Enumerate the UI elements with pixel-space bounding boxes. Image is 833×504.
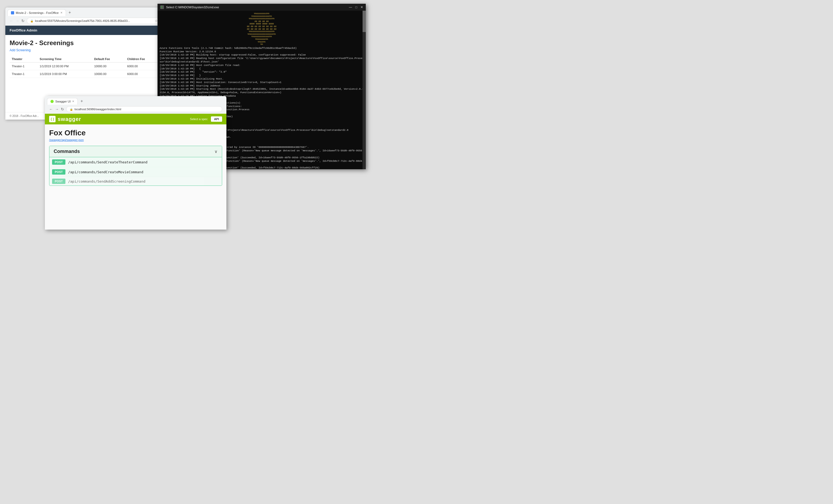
- foxoffice-address-input[interactable]: 🔒 localhost:55975/Movies/Screenings/1eaf…: [27, 18, 161, 24]
- swagger-chevron-icon[interactable]: ∨: [214, 149, 218, 154]
- screenings-table-cell: 10000.00: [92, 63, 125, 70]
- lock-icon: 🔒: [30, 20, 33, 22]
- swagger-endpoint-row-3[interactable]: POST /api/commands/SendAddScreeningComma…: [49, 177, 222, 186]
- svg-text:C: C: [161, 6, 162, 8]
- swagger-tab-bar: Swagger UI ✕ +: [47, 98, 224, 105]
- swagger-address-bar: ← → ↻ 🔒 localhost:56986/swagger/index.ht…: [47, 105, 224, 114]
- swagger-tab-favicon: [50, 100, 54, 103]
- foxoffice-add-screening-link[interactable]: Add Screening: [9, 48, 161, 52]
- foxoffice-url-text: localhost:55975/Movies/Screenings/1eaf47…: [35, 19, 130, 22]
- foxoffice-tab-bar: Movie-2 - Screenings - FoxOffice ✕ +: [7, 9, 163, 16]
- swagger-select-spec-label: Select a spec: [190, 117, 208, 121]
- screenings-table-cell: Theater-1: [9, 70, 38, 78]
- foxoffice-new-tab-button[interactable]: +: [67, 9, 73, 16]
- foxoffice-tab[interactable]: Movie-2 - Screenings - FoxOffice ✕: [7, 9, 66, 16]
- swagger-endpoint-row-1[interactable]: POST /api/commands/SendCreateTheaterComm…: [49, 157, 222, 167]
- swagger-url-text: localhost:56986/swagger/index.html: [74, 107, 121, 111]
- swagger-endpoint-row-2[interactable]: POST /api/commands/SendCreateMovieComman…: [49, 167, 222, 177]
- swagger-browser-chrome: Swagger UI ✕ + ← → ↻ 🔒 localhost:56986/s…: [45, 96, 227, 114]
- swagger-section-title: Commands: [54, 149, 214, 154]
- swagger-forward-button[interactable]: →: [55, 107, 59, 111]
- swagger-reload-button[interactable]: ↻: [61, 107, 64, 111]
- screenings-table-cell: 1/1/2019 3:00:00 PM: [38, 70, 92, 78]
- foxoffice-reload-button[interactable]: ↻: [21, 19, 25, 23]
- cmd-icon: C: [160, 5, 164, 9]
- foxoffice-browser-chrome: Movie-2 - Screenings - FoxOffice ✕ + ← →…: [5, 7, 166, 26]
- swagger-tab[interactable]: Swagger UI ✕: [47, 98, 78, 105]
- screenings-table-cell: 10000.00: [92, 70, 125, 78]
- swagger-json-link[interactable]: /swagger/api/swagger.json: [49, 138, 222, 142]
- swagger-commands-section: Commands ∨ POST /api/commands/SendCreate…: [49, 146, 222, 186]
- swagger-body: Fox Office /swagger/api/swagger.json Com…: [45, 124, 227, 192]
- swagger-section-header[interactable]: Commands ∨: [49, 146, 222, 157]
- cmd-scrollbar-thumb[interactable]: [362, 11, 366, 32]
- swagger-method-badge-2: POST: [52, 169, 65, 174]
- col-screening-time: Screening Time: [38, 56, 92, 63]
- cmd-close-button[interactable]: ✕: [360, 5, 363, 9]
- foxoffice-address-bar: ← → ↻ 🔒 localhost:55975/Movies/Screening…: [7, 16, 163, 26]
- foxoffice-tab-label: Movie-2 - Screenings - FoxOffice: [16, 11, 59, 15]
- swagger-logo-text: swagger: [58, 116, 81, 122]
- swagger-navbar: { } swagger Select a spec API: [45, 114, 227, 124]
- swagger-endpoint-path-1: /api/commands/SendCreateTheaterCommand: [68, 160, 147, 164]
- swagger-new-tab-button[interactable]: +: [79, 98, 85, 105]
- screenings-table-cell: 6000.00: [125, 63, 161, 70]
- screenings-table-cell: 6000.00: [125, 70, 161, 78]
- swagger-browser-window: Swagger UI ✕ + ← → ↻ 🔒 localhost:56986/s…: [45, 96, 227, 230]
- cmd-ascii-art: %%&&&&&&&&%% %%&&&&&&&&&&&&%% %%&&&&&&&&…: [160, 12, 364, 46]
- screenings-table-header-row: Theater Screening Time Default Fee Child…: [9, 56, 161, 63]
- foxoffice-tab-favicon: [11, 11, 14, 15]
- swagger-tab-label: Swagger UI: [55, 100, 70, 103]
- foxoffice-site-header: FoxOffice Admin: [5, 26, 166, 35]
- swagger-address-input[interactable]: 🔒 localhost:56986/swagger/index.html: [66, 106, 222, 112]
- swagger-endpoint-path-2: /api/commands/SendCreateMovieCommand: [68, 170, 143, 174]
- foxoffice-forward-button[interactable]: →: [16, 19, 19, 23]
- cmd-scrollbar[interactable]: [362, 11, 366, 169]
- swagger-back-button[interactable]: ←: [49, 107, 53, 111]
- screenings-table-cell: 1/1/2019 12:00:00 PM: [38, 63, 92, 70]
- swagger-logo: { } swagger: [49, 116, 81, 122]
- cmd-minimize-button[interactable]: —: [349, 5, 352, 9]
- col-theater: Theater: [9, 56, 38, 63]
- swagger-api-button[interactable]: API: [211, 116, 222, 122]
- swagger-method-badge-1: POST: [52, 159, 65, 165]
- swagger-logo-icon: { }: [49, 116, 55, 122]
- swagger-tab-close[interactable]: ✕: [72, 100, 74, 103]
- foxoffice-back-button[interactable]: ←: [9, 19, 13, 23]
- swagger-method-badge-3: POST: [52, 178, 65, 184]
- foxoffice-header-title: FoxOffice Admin: [9, 28, 38, 32]
- foxoffice-page-title: Movie-2 - Screenings: [9, 39, 161, 47]
- cmd-titlebar: C Select C:\WINDOWS\system32\cmd.exe — □…: [158, 4, 366, 11]
- screenings-table-row: Theater-11/1/2019 12:00:00 PM10000.00600…: [9, 63, 161, 70]
- foxoffice-site-body: Movie-2 - Screenings Add Screening Theat…: [5, 35, 166, 82]
- swagger-endpoint-path-3: /api/commands/SendAddScreeningCommand: [68, 179, 145, 184]
- cmd-maximize-button[interactable]: □: [355, 5, 357, 9]
- swagger-browser-content: { } swagger Select a spec API Fox Office…: [45, 114, 227, 230]
- screenings-table: Theater Screening Time Default Fee Child…: [9, 56, 161, 78]
- swagger-app-title: Fox Office: [49, 129, 222, 137]
- col-children-fee: Children Fee: [125, 56, 161, 63]
- cmd-window-controls: — □ ✕: [349, 5, 363, 9]
- swagger-lock-icon: 🔒: [70, 108, 73, 111]
- screenings-table-row: Theater-11/1/2019 3:00:00 PM10000.006000…: [9, 70, 161, 78]
- cmd-title: Select C:\WINDOWS\system32\cmd.exe: [166, 6, 347, 9]
- foxoffice-tab-close[interactable]: ✕: [60, 11, 63, 14]
- screenings-table-cell: Theater-1: [9, 63, 38, 70]
- col-default-fee: Default Fee: [92, 56, 125, 63]
